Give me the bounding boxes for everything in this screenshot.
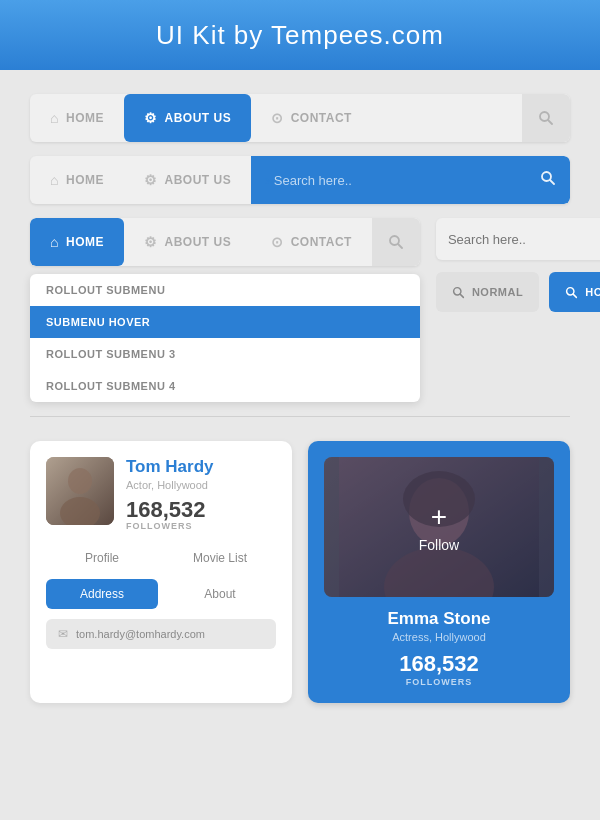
profile-followers-count-emma: 168,532 bbox=[399, 651, 479, 677]
nav1-about[interactable]: ⚙ ABOUT US bbox=[124, 94, 251, 142]
tab-movie-list[interactable]: Movie List bbox=[164, 543, 276, 573]
follow-text: Follow bbox=[419, 537, 459, 553]
submenu-item-3[interactable]: ROLLOUT SUBMENU 3 bbox=[30, 338, 420, 370]
tab-address[interactable]: Address bbox=[46, 579, 158, 609]
svg-line-3 bbox=[550, 180, 554, 184]
nav3-search-btn[interactable] bbox=[372, 218, 420, 266]
svg-line-1 bbox=[548, 120, 552, 124]
nav1-about-label: ABOUT US bbox=[164, 111, 231, 125]
profile-name-tom: Tom Hardy bbox=[126, 457, 276, 477]
profile-info-tom: Tom Hardy Actor, Hollywood 168,532 FOLLO… bbox=[126, 457, 276, 531]
avatar-emma: + Follow bbox=[324, 457, 554, 597]
follow-overlay[interactable]: + Follow bbox=[324, 457, 554, 597]
nav-section-3: ⌂ HOME ⚙ ABOUT US ⊙ CONTACT bbox=[30, 218, 570, 402]
right-panel: NORMAL HOVER PUSHED bbox=[436, 218, 600, 402]
nav3-home-label: HOME bbox=[66, 235, 104, 249]
submenu-item-4[interactable]: ROLLOUT SUBMENU 4 bbox=[30, 370, 420, 402]
avatar-silhouette-tom bbox=[46, 457, 114, 525]
profile-card-blue: + Follow Emma Stone Actress, Hollywood 1… bbox=[308, 441, 570, 703]
settings-icon-1: ⚙ bbox=[144, 110, 158, 126]
nav-bar-3: ⌂ HOME ⚙ ABOUT US ⊙ CONTACT bbox=[30, 218, 420, 266]
svg-line-11 bbox=[573, 294, 576, 297]
tab-profile[interactable]: Profile bbox=[46, 543, 158, 573]
nav2-about-label: ABOUT US bbox=[164, 173, 231, 187]
settings-icon-3: ⚙ bbox=[144, 234, 158, 250]
pin-icon-1: ⊙ bbox=[271, 110, 284, 126]
header: UI Kit by Tempees.com bbox=[0, 0, 600, 70]
nav-bar-1: ⌂ HOME ⚙ ABOUT US ⊙ CONTACT bbox=[30, 94, 570, 142]
nav2-search-expanded[interactable]: › bbox=[251, 156, 570, 204]
button-group: NORMAL HOVER PUSHED bbox=[436, 272, 600, 312]
submenu: ROLLOUT SUBMENU SUBMENU HOVER ROLLOUT SU… bbox=[30, 274, 420, 402]
nav2-home[interactable]: ⌂ HOME bbox=[30, 156, 124, 204]
profile-card-white: Tom Hardy Actor, Hollywood 168,532 FOLLO… bbox=[30, 441, 292, 703]
profile-email-bar: ✉ tom.hardy@tomhardy.com bbox=[46, 619, 276, 649]
home-icon-2: ⌂ bbox=[50, 172, 59, 188]
main-content: ⌂ HOME ⚙ ABOUT US ⊙ CONTACT ⌂ HOME ⚙ ABO… bbox=[0, 70, 600, 733]
nav-with-submenu: ⌂ HOME ⚙ ABOUT US ⊙ CONTACT bbox=[30, 218, 420, 402]
search-icon-hover bbox=[565, 286, 578, 299]
nav3-contact[interactable]: ⊙ CONTACT bbox=[251, 218, 372, 266]
search-icon-normal bbox=[452, 286, 465, 299]
svg-line-9 bbox=[460, 294, 463, 297]
follow-plus-icon: + bbox=[431, 501, 447, 533]
search-input[interactable] bbox=[448, 232, 600, 247]
tab-about[interactable]: About bbox=[164, 579, 276, 609]
email-text: tom.hardy@tomhardy.com bbox=[76, 628, 205, 640]
search-input-box bbox=[436, 218, 600, 260]
nav1-contact-label: CONTACT bbox=[291, 111, 352, 125]
arrow-icon: › bbox=[265, 172, 270, 188]
search-icon-2 bbox=[540, 170, 556, 190]
header-title: UI Kit by Tempees.com bbox=[156, 20, 444, 51]
submenu-item-2[interactable]: SUBMENU HOVER bbox=[30, 306, 420, 338]
svg-point-15 bbox=[68, 468, 92, 494]
cards-section: Tom Hardy Actor, Hollywood 168,532 FOLLO… bbox=[30, 441, 570, 703]
nav2-home-label: HOME bbox=[66, 173, 104, 187]
nav3-home[interactable]: ⌂ HOME bbox=[30, 218, 124, 266]
nav1-contact[interactable]: ⊙ CONTACT bbox=[251, 94, 372, 142]
profile-followers-label-tom: FOLLOWERS bbox=[126, 521, 276, 531]
profile-tabs: Profile Movie List Address About bbox=[46, 543, 276, 609]
profile-followers-label-emma: FOLLOWERS bbox=[406, 677, 473, 687]
nav3-contact-label: CONTACT bbox=[291, 235, 352, 249]
profile-role-tom: Actor, Hollywood bbox=[126, 479, 276, 491]
settings-icon-2: ⚙ bbox=[144, 172, 158, 188]
nav3-about-label: ABOUT US bbox=[164, 235, 231, 249]
normal-button[interactable]: NORMAL bbox=[436, 272, 539, 312]
divider bbox=[30, 416, 570, 417]
submenu-item-1[interactable]: ROLLOUT SUBMENU bbox=[30, 274, 420, 306]
email-icon: ✉ bbox=[58, 627, 68, 641]
nav2-about[interactable]: ⚙ ABOUT US bbox=[124, 156, 251, 204]
profile-role-emma: Actress, Hollywood bbox=[392, 631, 486, 643]
nav-bar-2: ⌂ HOME ⚙ ABOUT US › bbox=[30, 156, 570, 204]
nav2-search-input[interactable] bbox=[274, 173, 540, 188]
hover-button[interactable]: HOVER bbox=[549, 272, 600, 312]
nav3-about[interactable]: ⚙ ABOUT US bbox=[124, 218, 251, 266]
nav1-search-btn[interactable] bbox=[522, 94, 570, 142]
nav1-home-label: HOME bbox=[66, 111, 104, 125]
svg-line-5 bbox=[398, 244, 402, 248]
avatar-tom bbox=[46, 457, 114, 525]
search-icon-1 bbox=[538, 110, 554, 126]
profile-name-emma: Emma Stone bbox=[388, 609, 491, 629]
nav1-home[interactable]: ⌂ HOME bbox=[30, 94, 124, 142]
normal-button-label: NORMAL bbox=[472, 286, 523, 298]
search-icon-3 bbox=[388, 234, 404, 250]
pin-icon-3: ⊙ bbox=[271, 234, 284, 250]
hover-button-label: HOVER bbox=[585, 286, 600, 298]
home-icon: ⌂ bbox=[50, 110, 59, 126]
home-icon-3: ⌂ bbox=[50, 234, 59, 250]
profile-followers-count-tom: 168,532 bbox=[126, 499, 276, 521]
profile-card-top: Tom Hardy Actor, Hollywood 168,532 FOLLO… bbox=[46, 457, 276, 531]
